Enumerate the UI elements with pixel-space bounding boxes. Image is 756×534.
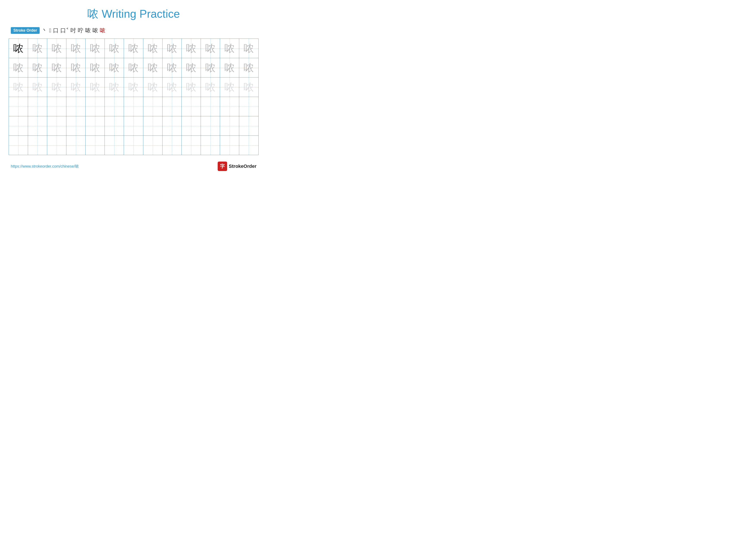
grid-cell[interactable]: 哝: [28, 78, 47, 97]
grid-cell[interactable]: [239, 116, 258, 136]
grid-cell[interactable]: 哝: [162, 58, 182, 77]
grid-row-5: [9, 116, 258, 136]
practice-char: 哝: [186, 63, 196, 73]
practice-char: 哝: [13, 43, 23, 54]
grid-cell[interactable]: 哝: [9, 78, 28, 97]
grid-cell[interactable]: [124, 136, 143, 155]
grid-cell[interactable]: [201, 116, 220, 136]
grid-cell[interactable]: [162, 97, 182, 116]
grid-cell[interactable]: [239, 97, 258, 116]
grid-cell[interactable]: 哝: [86, 78, 105, 97]
grid-cell[interactable]: [182, 97, 201, 116]
stroke-9: 哝: [100, 27, 105, 34]
grid-cell[interactable]: 哝: [162, 39, 182, 58]
grid-cell[interactable]: 哝: [28, 58, 47, 77]
grid-cell[interactable]: [220, 97, 239, 116]
grid-cell[interactable]: 哝: [201, 78, 220, 97]
grid-cell[interactable]: 哝: [143, 78, 162, 97]
grid-cell[interactable]: 哝: [67, 78, 86, 97]
stroke-1: 丶: [42, 27, 47, 34]
grid-cell[interactable]: 哝: [47, 78, 67, 97]
grid-cell[interactable]: [86, 97, 105, 116]
practice-char: 哝: [71, 82, 81, 92]
grid-cell[interactable]: [67, 136, 86, 155]
grid-cell[interactable]: 哝: [239, 58, 258, 77]
grid-cell[interactable]: [67, 116, 86, 136]
grid-cell[interactable]: 哝: [182, 58, 201, 77]
grid-cell[interactable]: [182, 116, 201, 136]
grid-cell[interactable]: 哝: [124, 58, 143, 77]
grid-cell[interactable]: 哝: [86, 39, 105, 58]
practice-char: 哝: [128, 63, 139, 73]
footer: https://www.strokeorder.com/chinese/哝 字 …: [9, 162, 258, 171]
grid-cell[interactable]: [201, 136, 220, 155]
grid-row-1: 哝 哝 哝 哝 哝 哝 哝 哝 哝 哝 哝 哝 哝: [9, 39, 258, 58]
grid-cell[interactable]: [162, 116, 182, 136]
practice-char: 哝: [244, 43, 254, 54]
grid-cell[interactable]: [220, 116, 239, 136]
grid-cell[interactable]: 哝: [67, 39, 86, 58]
grid-cell[interactable]: 哝: [143, 39, 162, 58]
grid-cell[interactable]: 哝: [47, 39, 67, 58]
practice-char: 哝: [71, 43, 81, 54]
grid-cell[interactable]: [220, 136, 239, 155]
grid-cell[interactable]: 哝: [9, 58, 28, 77]
grid-cell[interactable]: 哝: [86, 58, 105, 77]
grid-cell[interactable]: [239, 136, 258, 155]
grid-cell[interactable]: 哝: [28, 39, 47, 58]
grid-cell[interactable]: 哝: [143, 58, 162, 77]
practice-char: 哝: [71, 63, 81, 73]
practice-char: 哝: [90, 63, 100, 73]
grid-cell[interactable]: [9, 136, 28, 155]
grid-cell[interactable]: 哝: [105, 58, 124, 77]
footer-url[interactable]: https://www.strokeorder.com/chinese/哝: [11, 164, 79, 169]
footer-logo: 字 StrokeOrder: [218, 162, 256, 171]
grid-cell[interactable]: [47, 116, 67, 136]
grid-cell[interactable]: [67, 97, 86, 116]
grid-cell[interactable]: [105, 97, 124, 116]
stroke-8: 哝: [93, 27, 98, 34]
grid-cell[interactable]: [47, 97, 67, 116]
grid-cell[interactable]: [9, 97, 28, 116]
grid-cell[interactable]: 哝: [67, 58, 86, 77]
logo-char: 字: [220, 163, 225, 169]
grid-cell[interactable]: [47, 136, 67, 155]
grid-cell[interactable]: [86, 116, 105, 136]
grid-cell[interactable]: 哝: [201, 39, 220, 58]
grid-cell[interactable]: [143, 97, 162, 116]
grid-cell[interactable]: [28, 97, 47, 116]
stroke-5: 吋: [70, 27, 76, 34]
practice-grid: 哝 哝 哝 哝 哝 哝 哝 哝 哝 哝 哝 哝 哝 哝 哝 哝 哝 哝 哝 哝 …: [9, 38, 258, 155]
grid-cell[interactable]: 哝: [239, 78, 258, 97]
grid-cell[interactable]: 哝: [162, 78, 182, 97]
grid-cell[interactable]: 哝: [105, 39, 124, 58]
grid-cell[interactable]: [9, 116, 28, 136]
grid-cell[interactable]: 哝: [220, 78, 239, 97]
grid-cell[interactable]: [86, 136, 105, 155]
grid-cell[interactable]: [124, 97, 143, 116]
grid-cell[interactable]: [124, 116, 143, 136]
grid-cell[interactable]: [182, 136, 201, 155]
grid-cell[interactable]: [143, 136, 162, 155]
grid-cell[interactable]: [105, 116, 124, 136]
practice-char: 哝: [205, 43, 216, 54]
grid-cell[interactable]: [143, 116, 162, 136]
grid-cell[interactable]: 哝: [220, 39, 239, 58]
grid-cell[interactable]: [28, 136, 47, 155]
grid-cell[interactable]: 哝: [124, 78, 143, 97]
grid-cell[interactable]: 哝: [9, 39, 28, 58]
grid-cell[interactable]: 哝: [182, 39, 201, 58]
grid-cell[interactable]: 哝: [239, 39, 258, 58]
grid-cell[interactable]: 哝: [220, 58, 239, 77]
grid-cell[interactable]: 哝: [47, 58, 67, 77]
grid-cell[interactable]: 哝: [201, 58, 220, 77]
stroke-7: 哝: [85, 27, 91, 34]
grid-cell[interactable]: 哝: [124, 39, 143, 58]
grid-cell[interactable]: 哝: [182, 78, 201, 97]
practice-char: 哝: [167, 43, 177, 54]
grid-cell[interactable]: [201, 97, 220, 116]
grid-cell[interactable]: [28, 116, 47, 136]
grid-cell[interactable]: [162, 136, 182, 155]
grid-cell[interactable]: [105, 136, 124, 155]
grid-cell[interactable]: 哝: [105, 78, 124, 97]
